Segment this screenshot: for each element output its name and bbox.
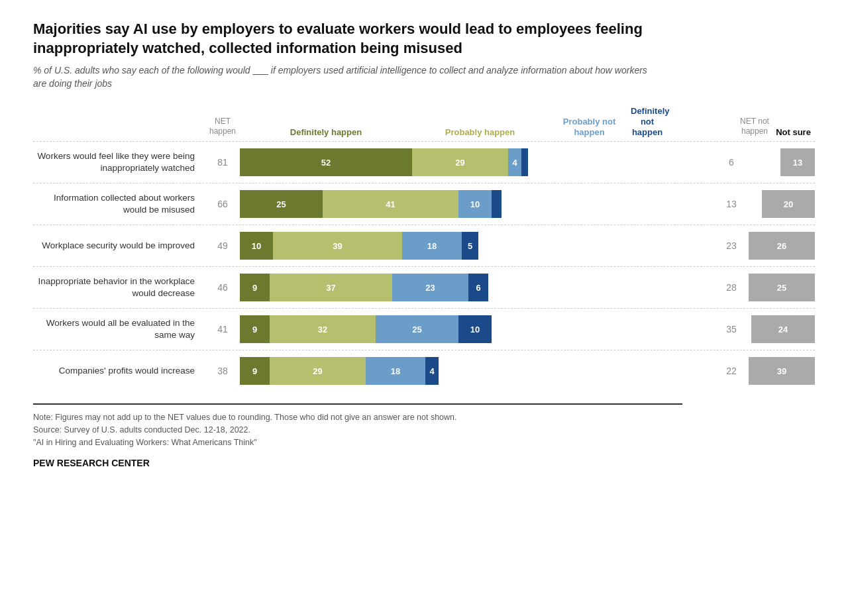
bar-segment-def_not: [521, 148, 528, 176]
row-not-sure-wrap: 25: [749, 274, 815, 301]
header-not-sure: Not sure: [772, 127, 815, 138]
row-net-happen: 81: [205, 157, 240, 168]
subtitle-pre: % of U.S. adults who say each of the fol…: [33, 65, 250, 76]
bar-container: 52294: [240, 148, 714, 176]
footer-org: PEW RESEARCH CENTER: [33, 456, 682, 470]
row-label: Workers would feel like they were being …: [33, 150, 205, 174]
footer-note: Note: Figures may not add up to the NET …: [33, 411, 682, 424]
bar-segment-prob_happen: 37: [270, 274, 392, 301]
chart-container: Majorities say AI use by employers to ev…: [33, 20, 815, 470]
bar-segment-def_not: 10: [458, 315, 492, 343]
bar-container: 937236: [240, 274, 714, 301]
bar-segment-prob_not: 10: [458, 190, 492, 218]
table-row: Workers would feel like they were being …: [33, 141, 815, 183]
row-not-sure-wrap: 26: [749, 232, 815, 260]
bar-segment-prob_happen: 41: [323, 190, 458, 218]
row-net-not-happen: 35: [714, 324, 749, 334]
bar-segment-def_not: 6: [468, 274, 488, 301]
chart-area: NET happen Definitely happen Probably ha…: [33, 106, 815, 470]
row-label: Inappropriate behavior in the workplace …: [33, 276, 205, 299]
footer-source: Source: Survey of U.S. adults conducted …: [33, 424, 682, 436]
bar-segment-prob_happen: 39: [273, 232, 402, 260]
footer-report: "AI in Hiring and Evaluating Workers: Wh…: [33, 436, 682, 449]
bar-container: 9322510: [240, 315, 714, 343]
row-not-sure-wrap: 24: [749, 315, 815, 343]
header-net-happen: NET happen: [205, 117, 240, 137]
row-net-happen: 49: [205, 240, 240, 251]
bar-container: 929184: [240, 357, 714, 385]
bar-container: 254110: [240, 190, 714, 218]
bar-segment-prob_happen: 32: [270, 315, 376, 343]
header-def-happen: Definitely happen: [240, 127, 412, 138]
row-net-not-happen: 28: [714, 282, 749, 293]
row-net-happen: 46: [205, 282, 240, 293]
bar-segment-prob_not: 18: [402, 232, 462, 260]
row-net-not-happen: 23: [714, 240, 749, 251]
row-not-sure-wrap: 39: [749, 357, 815, 385]
bar-segment-def_not: 4: [425, 357, 439, 385]
table-row: Information collected about workers woul…: [33, 183, 815, 225]
bar-segment-def_happen: 9: [240, 315, 270, 343]
rows-container: Workers would feel like they were being …: [33, 141, 815, 391]
header-prob-happen: Probably happen: [412, 127, 548, 138]
bar-segment-def_not: [492, 190, 502, 218]
row-not-sure-wrap: 20: [749, 190, 815, 218]
row-net-not-happen: 6: [714, 157, 749, 168]
bar-segment-def_not: 5: [462, 232, 478, 260]
row-label: Companies' profits would increase: [33, 365, 205, 377]
footer: Note: Figures may not add up to the NET …: [33, 403, 682, 470]
row-net-not-happen: 22: [714, 366, 749, 376]
bar-segment-prob_happen: 29: [412, 148, 508, 176]
bar-segment-prob_not: 23: [392, 274, 468, 301]
not-sure-bar: 20: [762, 190, 815, 218]
row-label: Workers would all be evaluated in the sa…: [33, 317, 205, 341]
table-row: Companies' profits would increase3892918…: [33, 350, 815, 391]
bar-segment-prob_not: 25: [376, 315, 458, 343]
row-label: Workplace security would be improved: [33, 240, 205, 252]
header-bars: Definitely happen Probably happen Probab…: [240, 106, 737, 137]
row-net-happen: 66: [205, 199, 240, 209]
table-row: Workers would all be evaluated in the sa…: [33, 308, 815, 350]
bar-segment-def_happen: 25: [240, 190, 323, 218]
header-prob-not: Probably not happen: [548, 117, 631, 137]
bar-segment-def_happen: 10: [240, 232, 273, 260]
row-not-sure-wrap: 13: [749, 148, 815, 176]
bar-segment-def_happen: 9: [240, 357, 270, 385]
subtitle-blank: ___: [253, 65, 268, 76]
header-def-not: Definitely not happen: [631, 106, 664, 137]
bar-segment-def_happen: 52: [240, 148, 412, 176]
bar-segment-prob_not: 4: [508, 148, 521, 176]
bar-segment-def_happen: 9: [240, 274, 270, 301]
chart-subtitle: % of U.S. adults who say each of the fol…: [33, 64, 662, 90]
not-sure-bar: 24: [751, 315, 815, 343]
row-net-happen: 41: [205, 324, 240, 334]
not-sure-bar: 39: [749, 357, 815, 385]
header-net-not-happen: NET not happen: [737, 117, 772, 137]
row-label: Information collected about workers woul…: [33, 192, 205, 216]
row-net-not-happen: 13: [714, 199, 749, 209]
not-sure-bar: 13: [780, 148, 815, 176]
row-net-happen: 38: [205, 366, 240, 376]
bar-container: 1039185: [240, 232, 714, 260]
bar-segment-prob_happen: 29: [270, 357, 366, 385]
table-row: Inappropriate behavior in the workplace …: [33, 266, 815, 308]
chart-title: Majorities say AI use by employers to ev…: [33, 20, 662, 58]
bar-segment-prob_not: 18: [366, 357, 425, 385]
table-row: Workplace security would be improved4910…: [33, 225, 815, 266]
not-sure-bar: 25: [749, 274, 815, 301]
header-row: NET happen Definitely happen Probably ha…: [33, 106, 815, 137]
not-sure-bar: 26: [749, 232, 815, 260]
